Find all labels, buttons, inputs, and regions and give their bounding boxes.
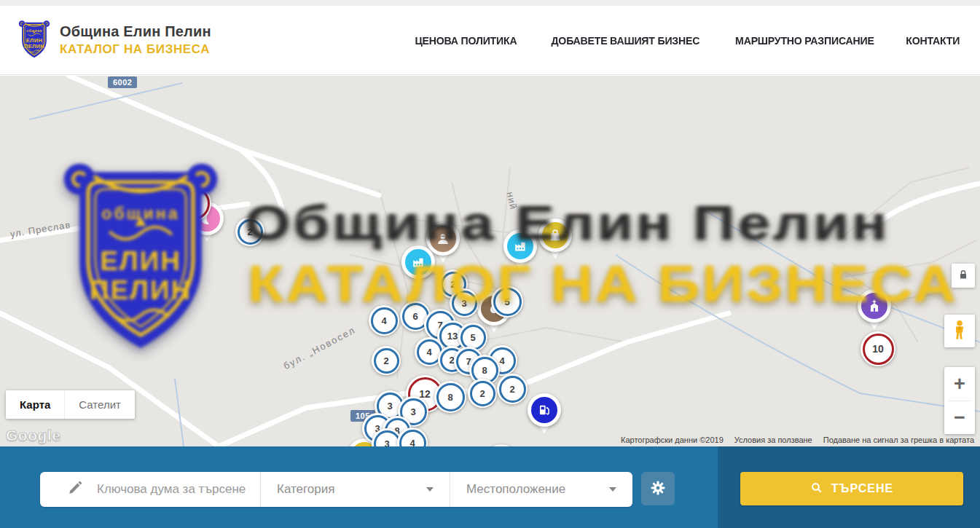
- cluster-count: 2: [499, 376, 526, 403]
- chevron-down-icon: [426, 487, 434, 492]
- terms-link[interactable]: Условия за ползване: [734, 436, 812, 444]
- cluster-marker[interactable]: 12: [175, 185, 211, 221]
- map-attribution: Картографски данни ©2019 Условия за полз…: [621, 436, 974, 444]
- nav-item-0[interactable]: ЦЕНОВА ПОЛИТИКА: [415, 34, 517, 47]
- search-button-label: ТЪРСЕНЕ: [831, 482, 893, 495]
- factory-icon: [507, 233, 533, 259]
- satellite-view-button[interactable]: Сателит: [64, 390, 135, 419]
- cluster-count: 2: [126, 195, 152, 221]
- cluster-marker[interactable]: 8: [434, 381, 466, 413]
- cluster-count: 5: [460, 325, 486, 350]
- location-select-value: Местоположение: [466, 482, 565, 497]
- category-select[interactable]: Категория: [260, 472, 450, 507]
- cluster-marker[interactable]: 4: [369, 305, 399, 336]
- chevron-down-icon: [609, 487, 616, 492]
- cluster-count: 3: [452, 291, 477, 316]
- cluster-count: 2: [238, 219, 263, 245]
- svg-text:ЕЛИН: ЕЛИН: [26, 37, 42, 44]
- lock-button[interactable]: [952, 264, 975, 288]
- cluster-count: 3: [374, 430, 401, 447]
- cluster-count: 4: [399, 430, 426, 447]
- cluster-count: 8: [436, 383, 465, 411]
- cluster-marker[interactable]: 2: [235, 217, 264, 246]
- cluster-count: 2: [470, 381, 495, 406]
- map-canvas[interactable]: ул. Преславбул. „Новоселний 6002105 3251…: [0, 76, 980, 446]
- cluster-marker[interactable]: 3: [450, 288, 479, 318]
- category-select-value: Категория: [277, 482, 334, 497]
- road-badge-6002: 6002: [108, 76, 137, 88]
- gear-icon: [649, 479, 667, 499]
- cluster-marker[interactable]: 2: [497, 374, 528, 404]
- pin-bag[interactable]: [538, 218, 572, 262]
- search-submit-panel: ТЪРСЕНЕ: [718, 446, 980, 528]
- lock-icon: [957, 268, 970, 284]
- map-view-button[interactable]: Карта: [6, 390, 64, 419]
- page: община ЕЛИН ПЕЛИН Община Елин Пелин КАТА…: [0, 0, 980, 528]
- bag-icon: [542, 222, 568, 248]
- location-select[interactable]: Местоположение: [450, 472, 632, 507]
- cluster-marker[interactable]: 2: [124, 193, 153, 222]
- nav-item-2[interactable]: МАРШРУТНО РАЗПИСАНИЕ: [735, 34, 874, 47]
- zoom-control: + −: [944, 367, 975, 434]
- factory-icon: [405, 249, 431, 275]
- cluster-count: 2: [374, 348, 399, 374]
- main-nav: ЦЕНОВА ПОЛИТИКАДОБАВЕТЕ ВАШИЯТ БИЗНЕСМАР…: [412, 34, 962, 47]
- site-subtitle: КАТАЛОГ НА БИЗНЕСА: [60, 42, 211, 57]
- pin-factory[interactable]: [401, 245, 435, 289]
- cluster-count: 10: [863, 334, 894, 365]
- pin-fuel[interactable]: [528, 393, 561, 437]
- cluster-count: 4: [371, 307, 398, 334]
- search-bar: ТЪРСЕНЕ Категория Местоположение: [0, 446, 980, 528]
- municipality-logo-icon: община ЕЛИН ПЕЛИН: [18, 19, 50, 61]
- keyword-input[interactable]: [95, 481, 259, 497]
- map-type-toggle: Карта Сателит: [6, 390, 135, 419]
- zoom-out-button[interactable]: −: [944, 401, 975, 434]
- brand-link[interactable]: община ЕЛИН ПЕЛИН Община Елин Пелин КАТА…: [18, 19, 211, 61]
- svg-text:ПЕЛИН: ПЕЛИН: [24, 43, 44, 50]
- nav-item-3[interactable]: КОНТАКТИ: [906, 34, 960, 47]
- street-view-pegman[interactable]: [944, 315, 975, 347]
- cluster-marker[interactable]: 2: [372, 346, 401, 375]
- map-data-text: Картографски данни ©2019: [621, 436, 724, 444]
- keyword-field: [40, 472, 260, 507]
- site-header: община ЕЛИН ПЕЛИН Община Елин Пелин КАТА…: [0, 0, 980, 75]
- report-error-link[interactable]: Подаване на сигнал за грешка в картата: [823, 436, 974, 444]
- top-strip: [0, 0, 980, 6]
- nav-item-1[interactable]: ДОБАВЕТЕ ВАШИЯТ БИЗНЕС: [551, 34, 699, 47]
- cluster-marker[interactable]: 5: [491, 285, 523, 318]
- cluster-count: 12: [177, 187, 210, 220]
- pencil-icon: [67, 480, 83, 499]
- cluster-marker[interactable]: 10: [861, 331, 895, 366]
- google-logo[interactable]: Google: [6, 427, 60, 444]
- advanced-search-button[interactable]: [641, 472, 675, 505]
- pin-factory[interactable]: [503, 229, 537, 273]
- site-title: Община Елин Пелин: [60, 23, 211, 40]
- search-fields: Категория Местоположение: [40, 472, 632, 507]
- search-button[interactable]: ТЪРСЕНЕ: [740, 472, 963, 505]
- zoom-in-button[interactable]: +: [944, 368, 975, 401]
- fuel-icon: [531, 397, 557, 423]
- search-icon: [810, 481, 823, 497]
- pin-church[interactable]: [858, 289, 891, 333]
- cluster-count: 5: [493, 288, 522, 316]
- cluster-marker[interactable]: 2: [468, 379, 497, 408]
- church-icon: [861, 293, 887, 319]
- pegman-icon: [952, 319, 968, 344]
